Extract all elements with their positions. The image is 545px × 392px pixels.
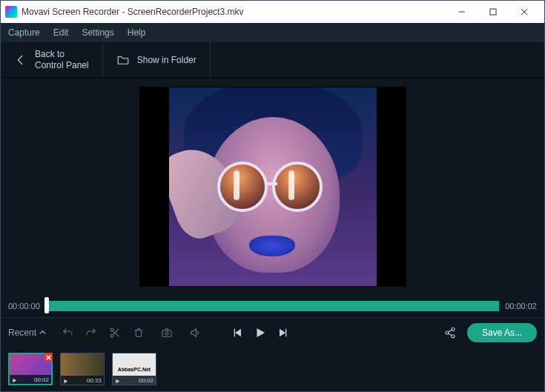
show-in-folder-button[interactable]: Show in Folder bbox=[103, 42, 211, 77]
preview-area bbox=[1, 78, 544, 295]
delete-button[interactable] bbox=[132, 326, 145, 339]
share-button[interactable] bbox=[443, 326, 457, 339]
menu-help[interactable]: Help bbox=[128, 27, 146, 38]
play-icon bbox=[115, 373, 120, 387]
play-button[interactable] bbox=[254, 326, 267, 339]
preview-image bbox=[169, 87, 377, 286]
window-controls bbox=[446, 1, 540, 22]
prev-button[interactable] bbox=[231, 326, 245, 339]
recent-dropdown[interactable]: Recent bbox=[8, 328, 46, 338]
time-current: 00:00:00 bbox=[8, 302, 40, 310]
cut-button[interactable] bbox=[108, 326, 122, 339]
thumbnail-duration: 00:02 bbox=[34, 376, 49, 383]
thumbnail-item[interactable]: 00:33 bbox=[60, 353, 105, 385]
menubar: Capture Edit Settings Help bbox=[1, 23, 544, 42]
thumbnail-duration: 00:33 bbox=[87, 377, 102, 384]
app-window: Movavi Screen Recorder - ScreenRecorderP… bbox=[0, 0, 545, 392]
video-preview[interactable] bbox=[139, 87, 406, 287]
edit-tools bbox=[61, 326, 145, 339]
play-icon bbox=[12, 373, 17, 386]
thumbnail-close-button[interactable] bbox=[44, 353, 53, 362]
timeline: 00:00:00 00:00:02 bbox=[1, 295, 544, 317]
toolbar: Recent Save As... bbox=[1, 317, 544, 347]
svg-point-14 bbox=[452, 334, 455, 337]
volume-button[interactable] bbox=[188, 326, 202, 339]
menu-settings[interactable]: Settings bbox=[82, 27, 113, 38]
next-button[interactable] bbox=[276, 326, 289, 339]
svg-point-4 bbox=[110, 328, 113, 331]
titlebar: Movavi Screen Recorder - ScreenRecorderP… bbox=[1, 1, 544, 23]
svg-rect-8 bbox=[162, 330, 171, 336]
svg-rect-10 bbox=[234, 328, 235, 336]
back-to-control-panel-button[interactable]: Back to Control Panel bbox=[1, 42, 103, 77]
menu-edit[interactable]: Edit bbox=[53, 27, 69, 38]
menu-capture[interactable]: Capture bbox=[8, 27, 40, 38]
svg-point-13 bbox=[446, 331, 449, 334]
svg-point-12 bbox=[452, 328, 455, 330]
close-button[interactable] bbox=[509, 1, 540, 22]
save-as-button[interactable]: Save As... bbox=[467, 323, 537, 342]
thumbnail-duration: 00:02 bbox=[139, 377, 153, 384]
svg-point-9 bbox=[165, 331, 168, 334]
thumbnail-strip: 00:02 00:33 AbbasPC.Net 00:02 bbox=[1, 347, 544, 391]
capture-tools bbox=[160, 326, 174, 339]
svg-line-16 bbox=[449, 333, 452, 336]
svg-rect-1 bbox=[490, 9, 496, 15]
undo-button[interactable] bbox=[61, 326, 74, 339]
playhead[interactable] bbox=[44, 297, 49, 313]
thumbnail-item[interactable]: 00:02 bbox=[8, 353, 53, 385]
window-title: Movavi Screen Recorder - ScreenRecorderP… bbox=[22, 7, 446, 17]
screenshot-button[interactable] bbox=[160, 326, 174, 339]
playback-controls bbox=[231, 326, 289, 339]
thumbnail-item[interactable]: AbbasPC.Net 00:02 bbox=[112, 353, 156, 385]
maximize-button[interactable] bbox=[478, 1, 509, 22]
audio-tools bbox=[188, 326, 202, 339]
time-total: 00:00:02 bbox=[505, 302, 537, 310]
chevron-up-icon bbox=[39, 329, 46, 336]
svg-line-15 bbox=[449, 330, 452, 332]
play-icon bbox=[63, 373, 68, 387]
redo-button[interactable] bbox=[85, 326, 98, 339]
top-actions: Back to Control Panel Show in Folder bbox=[1, 42, 544, 78]
minimize-button[interactable] bbox=[446, 1, 478, 22]
folder-icon bbox=[116, 53, 130, 67]
svg-rect-11 bbox=[285, 328, 286, 336]
seek-track[interactable] bbox=[46, 300, 499, 312]
app-icon bbox=[5, 6, 17, 18]
back-label: Back to Control Panel bbox=[35, 49, 89, 70]
svg-point-5 bbox=[110, 334, 113, 337]
arrow-left-icon bbox=[14, 53, 27, 67]
